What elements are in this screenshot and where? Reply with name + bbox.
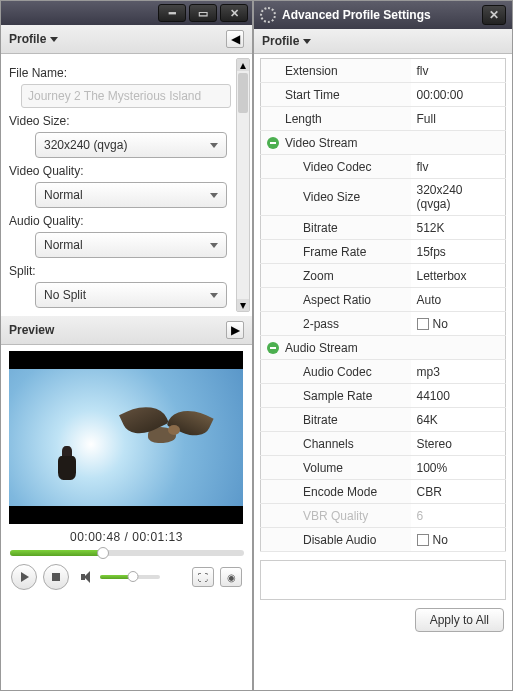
snapshot-button[interactable]: ◉ [220,567,242,587]
gear-icon [260,7,276,23]
file-name-label: File Name: [9,66,244,80]
advanced-settings-panel: Advanced Profile Settings ✕ Profile Exte… [253,0,513,691]
adv-profile-header[interactable]: Profile [254,29,512,54]
preview-expand-button[interactable]: ▶ [226,321,244,339]
video-size-select[interactable]: 320x240 (qvga) [35,132,227,158]
value-channels[interactable]: Stereo [411,432,506,456]
preview-bird [118,405,208,465]
value-video-codec[interactable]: flv [411,155,506,179]
fullscreen-button[interactable]: ⛶ [192,567,214,587]
advanced-body: Extensionflv Start Time00:00:00 LengthFu… [254,54,512,690]
row-video-stream: Video Stream [261,131,506,155]
scroll-thumb[interactable] [238,73,248,113]
profile-collapse-button[interactable]: ◀ [226,30,244,48]
profile-section-header[interactable]: Profile ◀ [1,25,252,54]
row-sample-rate: Sample Rate44100 [261,384,506,408]
row-frame-rate: Frame Rate15fps [261,240,506,264]
split-label: Split: [9,264,244,278]
row-length: LengthFull [261,107,506,131]
volume-slider[interactable] [100,575,160,579]
value-video-size[interactable]: 320x240 (qvga) [411,179,506,216]
value-length[interactable]: Full [411,107,506,131]
value-encode-mode[interactable]: CBR [411,480,506,504]
profile-form: ▴ ▾ File Name: Journey 2 The Mysterious … [1,54,252,316]
checkbox-icon[interactable] [417,318,429,330]
row-audio-stream: Audio Stream [261,336,506,360]
collapse-icon[interactable] [267,137,279,149]
adv-profile-title: Profile [262,34,311,48]
value-disable-audio[interactable]: No [411,528,506,552]
minimize-button[interactable]: ━ [158,4,186,22]
row-video-codec: Video Codecflv [261,155,506,179]
seek-slider[interactable] [10,550,244,556]
preview-figure [54,446,84,491]
checkbox-icon[interactable] [417,534,429,546]
playback-controls: ⛶ ◉ [9,564,244,598]
seek-knob[interactable] [97,547,109,559]
row-channels: ChannelsStereo [261,432,506,456]
value-volume[interactable]: 100% [411,456,506,480]
row-zoom: ZoomLetterbox [261,264,506,288]
profile-section-title: Profile [9,32,58,46]
row-encode-mode: Encode ModeCBR [261,480,506,504]
value-aspect-ratio[interactable]: Auto [411,288,506,312]
value-start-time[interactable]: 00:00:00 [411,83,506,107]
chevron-down-icon [210,293,218,298]
profile-property-grid: Extensionflv Start Time00:00:00 LengthFu… [260,58,506,552]
collapse-icon[interactable] [267,342,279,354]
description-box [260,560,506,600]
left-panel: ━ ▭ ✕ Profile ◀ ▴ ▾ File Name: Journey 2… [0,0,253,691]
chevron-down-icon [210,243,218,248]
row-volume: Volume100% [261,456,506,480]
row-2-pass: 2-passNo [261,312,506,336]
preview-section-title: Preview [9,323,54,337]
volume-knob[interactable] [128,571,139,582]
value-2-pass[interactable]: No [411,312,506,336]
row-bitrate: Bitrate512K [261,216,506,240]
value-frame-rate[interactable]: 15fps [411,240,506,264]
row-vbr-quality: VBR Quality6 [261,504,506,528]
row-audio-codec: Audio Codecmp3 [261,360,506,384]
stop-button[interactable] [43,564,69,590]
window-titlebar: ━ ▭ ✕ [1,1,252,25]
play-icon [21,572,29,582]
maximize-button[interactable]: ▭ [189,4,217,22]
video-preview[interactable] [9,351,243,524]
value-sample-rate[interactable]: 44100 [411,384,506,408]
volume-icon[interactable] [81,571,94,583]
value-extension[interactable]: flv [411,59,506,83]
advanced-title: Advanced Profile Settings [282,8,431,22]
value-audio-bitrate[interactable]: 64K [411,408,506,432]
close-button[interactable]: ✕ [220,4,248,22]
apply-to-all-button[interactable]: Apply to All [415,608,504,632]
advanced-titlebar: Advanced Profile Settings ✕ [254,1,512,29]
file-name-field: Journey 2 The Mysterious Island [21,84,231,108]
row-disable-audio: Disable AudioNo [261,528,506,552]
chevron-down-icon [210,193,218,198]
row-start-time: Start Time00:00:00 [261,83,506,107]
preview-body: 00:00:48 / 00:01:13 ⛶ ◉ [1,345,252,604]
audio-quality-select[interactable]: Normal [35,232,227,258]
play-button[interactable] [11,564,37,590]
playback-time: 00:00:48 / 00:01:13 [9,524,244,548]
video-quality-select[interactable]: Normal [35,182,227,208]
row-audio-bitrate: Bitrate64K [261,408,506,432]
row-aspect-ratio: Aspect RatioAuto [261,288,506,312]
row-extension: Extensionflv [261,59,506,83]
value-audio-codec[interactable]: mp3 [411,360,506,384]
form-scrollbar[interactable]: ▴ ▾ [236,58,250,312]
video-quality-label: Video Quality: [9,164,244,178]
value-vbr-quality: 6 [411,504,506,528]
chevron-down-icon [210,143,218,148]
value-zoom[interactable]: Letterbox [411,264,506,288]
audio-quality-label: Audio Quality: [9,214,244,228]
split-select[interactable]: No Split [35,282,227,308]
preview-section-header[interactable]: Preview ▶ [1,316,252,345]
stop-icon [52,573,60,581]
row-video-size: Video Size320x240 (qvga) [261,179,506,216]
video-size-label: Video Size: [9,114,244,128]
scroll-down-icon[interactable]: ▾ [237,299,249,311]
advanced-close-button[interactable]: ✕ [482,5,506,25]
scroll-up-icon[interactable]: ▴ [237,59,249,71]
value-bitrate[interactable]: 512K [411,216,506,240]
